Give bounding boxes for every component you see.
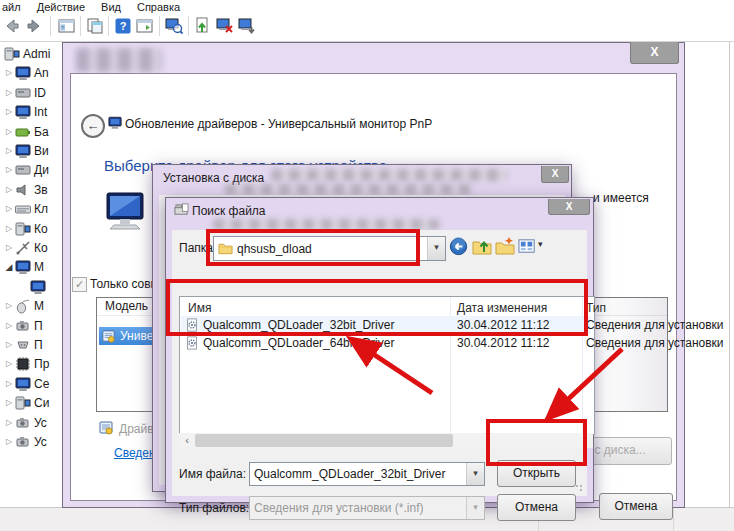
file-cancel-button[interactable]: Отмена bbox=[497, 494, 576, 521]
tree-item-label: ID bbox=[34, 86, 46, 100]
pc-icon bbox=[15, 221, 31, 237]
action-pane-icon[interactable] bbox=[136, 17, 154, 35]
close-button[interactable]: X bbox=[541, 166, 569, 183]
expander-icon[interactable]: ◢ bbox=[3, 262, 15, 272]
cam-icon bbox=[15, 434, 31, 450]
keyboard-icon bbox=[15, 201, 31, 217]
chip-icon bbox=[15, 356, 31, 372]
chevron-down-icon[interactable]: ▾ bbox=[427, 237, 445, 260]
tree-item-label: Int bbox=[34, 105, 47, 119]
expander-icon[interactable]: ▷ bbox=[3, 68, 15, 77]
back-icon[interactable] bbox=[449, 237, 468, 256]
screen-icon bbox=[15, 104, 31, 120]
open-button[interactable]: Открыть bbox=[497, 460, 576, 487]
toolbar-separator bbox=[80, 16, 81, 36]
expander-icon[interactable]: ▷ bbox=[3, 127, 15, 136]
blurred-text bbox=[225, 184, 471, 195]
views-icon[interactable] bbox=[518, 237, 537, 256]
driver-icon bbox=[101, 329, 116, 344]
compatible-checkbox[interactable]: ✓ bbox=[72, 277, 87, 292]
properties-icon[interactable] bbox=[86, 17, 104, 35]
toolbar-separator bbox=[188, 16, 189, 36]
expander-icon[interactable]: ▷ bbox=[3, 224, 15, 233]
screen-icon bbox=[15, 65, 31, 81]
wizard-cancel-button[interactable]: Отмена bbox=[599, 493, 673, 520]
filename-value: Qualcomm_QDLoader_32bit_Driver bbox=[250, 467, 466, 481]
column-header-type[interactable]: Тип bbox=[586, 301, 606, 315]
locate-file-dialog: Поиск файла X Папка: qhsusb_dload ▾ ▾ Им… bbox=[165, 197, 594, 503]
expander-icon[interactable]: ▷ bbox=[3, 359, 15, 368]
back-icon[interactable] bbox=[3, 17, 21, 35]
tree-item-label: Ди bbox=[34, 163, 49, 177]
file-row[interactable]: Qualcomm_QDLoader_64bit_Driver30.04.2012… bbox=[181, 334, 591, 352]
expander-icon[interactable]: ▷ bbox=[3, 146, 15, 155]
screen-icon bbox=[30, 279, 46, 295]
file-list[interactable]: Имя Дата изменения Тип Qualcomm_QDLoader… bbox=[179, 296, 595, 435]
expander-icon[interactable]: ▷ bbox=[3, 88, 15, 97]
screen: айлДействиеВидСправка Admi▷An▷ID▷Int▷Ба▷… bbox=[0, 0, 734, 531]
file-row[interactable]: Qualcomm_QDLoader_32bit_Driver30.04.2012… bbox=[181, 316, 591, 334]
menu-bar: айлДействиеВидСправка bbox=[0, 0, 734, 14]
update-driver-icon[interactable] bbox=[194, 17, 212, 35]
blurred-text bbox=[271, 169, 507, 181]
resize-grip[interactable] bbox=[575, 484, 584, 493]
scroll-left-icon[interactable]: ‹ bbox=[179, 433, 195, 448]
expander-icon[interactable]: ▷ bbox=[3, 379, 15, 388]
back-button[interactable]: ← bbox=[81, 114, 105, 138]
dialog-title: Установка с диска bbox=[163, 171, 264, 185]
file-type: Сведения для установки bbox=[586, 318, 724, 332]
forward-icon[interactable] bbox=[25, 17, 43, 35]
menu-item-Действие[interactable]: Действие bbox=[29, 0, 93, 14]
inf-file-icon bbox=[185, 336, 199, 350]
window-right-edge bbox=[729, 42, 730, 507]
expander-icon[interactable]: ▷ bbox=[3, 418, 15, 427]
uninstall-device-icon[interactable] bbox=[216, 17, 234, 35]
expander-icon[interactable]: ▷ bbox=[3, 437, 15, 446]
scroll-right-icon[interactable]: › bbox=[577, 433, 593, 448]
chevron-down-icon[interactable]: ▾ bbox=[466, 463, 484, 485]
expander-icon[interactable]: ▷ bbox=[3, 340, 15, 349]
cam-icon bbox=[15, 318, 31, 334]
tree-item-label: Ба bbox=[34, 125, 49, 139]
new-folder-icon[interactable] bbox=[495, 236, 515, 256]
toolbar-separator bbox=[50, 16, 51, 36]
signed-driver-icon bbox=[98, 420, 114, 436]
console-tree-icon[interactable] bbox=[58, 17, 76, 35]
expander-icon[interactable]: ▷ bbox=[3, 243, 15, 252]
file-name: Qualcomm_QDLoader_64bit_Driver bbox=[203, 336, 394, 350]
filename-combobox[interactable]: Qualcomm_QDLoader_32bit_Driver ▾ bbox=[249, 462, 485, 486]
expander-icon[interactable]: ▷ bbox=[3, 185, 15, 194]
expander-icon[interactable]: ▷ bbox=[3, 107, 15, 116]
tree-item-label: П bbox=[34, 338, 43, 352]
menu-item-Вид[interactable]: Вид bbox=[93, 0, 129, 14]
column-header-name[interactable]: Имя bbox=[188, 301, 211, 315]
tree-item-label: Се bbox=[34, 377, 49, 391]
up-one-level-icon[interactable] bbox=[472, 236, 492, 256]
scan-hardware-icon[interactable] bbox=[165, 17, 183, 35]
folder-label: Папка: bbox=[179, 241, 216, 255]
battery-icon bbox=[15, 124, 31, 140]
box-icon bbox=[15, 162, 31, 178]
help-icon[interactable] bbox=[114, 17, 132, 35]
folder-combobox[interactable]: qhsusb_dload ▾ bbox=[213, 236, 446, 261]
column-header-date[interactable]: Дата изменения bbox=[457, 301, 547, 315]
close-button[interactable]: X bbox=[630, 42, 679, 64]
close-button[interactable]: X bbox=[548, 199, 590, 215]
chevron-down-icon[interactable]: ▾ bbox=[538, 239, 543, 249]
instruction-text-fragment: и имеется bbox=[593, 191, 649, 205]
expander-icon[interactable]: ▷ bbox=[3, 301, 15, 310]
cam-icon bbox=[15, 415, 31, 431]
horizontal-scrollbar[interactable]: ‹ › bbox=[179, 433, 593, 448]
chevron-down-icon: ▾ bbox=[466, 497, 484, 519]
wizard-title: Обновление драйверов - Универсальный мон… bbox=[125, 117, 432, 131]
menu-item-айл[interactable]: айл bbox=[0, 0, 29, 14]
disable-device-icon[interactable] bbox=[238, 17, 256, 35]
filetype-label: Тип файлов: bbox=[179, 501, 249, 515]
expander-icon[interactable]: ▷ bbox=[3, 165, 15, 174]
menu-item-Справка[interactable]: Справка bbox=[129, 0, 188, 14]
tree-item-label: An bbox=[34, 66, 49, 80]
expander-icon[interactable]: ▷ bbox=[3, 204, 15, 213]
expander-icon[interactable]: ▷ bbox=[3, 398, 15, 407]
expander-icon[interactable]: ▷ bbox=[3, 321, 15, 330]
scrollbar-thumb[interactable] bbox=[195, 434, 453, 447]
